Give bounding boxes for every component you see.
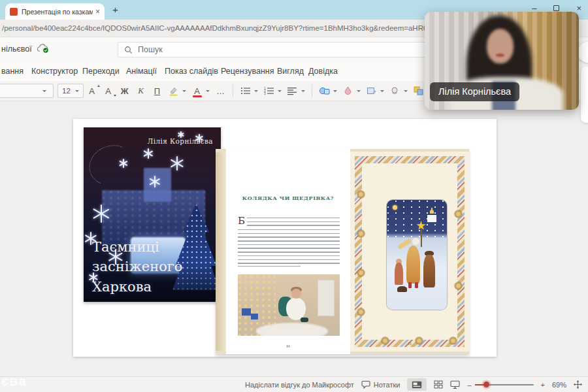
search-icon bbox=[124, 46, 133, 54]
tab-title: Презентація по казкам Л.Кор bbox=[22, 8, 93, 16]
chevron-down-icon[interactable] bbox=[357, 90, 361, 92]
toolbar-divider bbox=[312, 84, 312, 97]
bold-button[interactable]: Ж bbox=[118, 84, 131, 98]
light-swirl-decoration bbox=[84, 139, 140, 191]
ribbon-tab-design[interactable]: Конструктор bbox=[31, 67, 78, 76]
shrink-font-button[interactable]: А bbox=[102, 84, 115, 98]
ribbon-tab-review[interactable]: Рецензування bbox=[221, 67, 274, 76]
fit-to-window-button[interactable] bbox=[574, 380, 582, 389]
slide[interactable]: Лілія Корнільєва Таємниці засніженого Ха… bbox=[73, 119, 497, 357]
meeting-side-panel[interactable] bbox=[581, 67, 588, 123]
gift-box bbox=[251, 314, 258, 319]
search-box[interactable] bbox=[118, 42, 430, 57]
snowflake-icon bbox=[101, 204, 102, 223]
numbered-list-button[interactable]: 123 bbox=[263, 84, 276, 98]
chevron-down-icon[interactable] bbox=[206, 90, 210, 92]
book-cover-image[interactable]: Лілія Корнільєва Таємниці засніженого Ха… bbox=[84, 127, 221, 302]
feedback-link[interactable]: Надіслати відгук до Майкрософт bbox=[245, 381, 354, 389]
fit-to-window-icon bbox=[574, 380, 582, 389]
chevron-down-icon bbox=[75, 90, 79, 92]
insert-shapes-button[interactable] bbox=[318, 84, 331, 98]
caroler-figure bbox=[395, 263, 403, 285]
snowflake-icon bbox=[148, 148, 149, 159]
goat-caroler bbox=[406, 246, 420, 284]
zoom-slider-thumb[interactable] bbox=[483, 382, 489, 387]
book-left-page: КОЛЯДКА ЧИ ЩЕДРІВКА? Б bbox=[226, 149, 350, 354]
body-text-lines bbox=[238, 229, 340, 265]
chevron-down-icon[interactable] bbox=[404, 90, 408, 92]
floral-rosette bbox=[357, 308, 365, 316]
background-door bbox=[318, 280, 335, 316]
font-size-dropdown[interactable]: 12 bbox=[57, 84, 84, 98]
child-shoe bbox=[301, 318, 308, 322]
normal-view-icon bbox=[412, 381, 422, 389]
new-tab-button[interactable]: + bbox=[112, 4, 118, 15]
drop-cap: Б bbox=[238, 216, 245, 226]
underline-button[interactable]: П bbox=[151, 84, 164, 98]
caroler-figure bbox=[423, 255, 435, 287]
more-options-button[interactable]: … bbox=[214, 84, 227, 98]
browser-window: Презентація по казкам Л.Кор × + – × /per… bbox=[0, 0, 588, 392]
italic-button[interactable]: K bbox=[135, 84, 148, 98]
bullet-list-button[interactable] bbox=[239, 84, 252, 98]
grow-font-button[interactable]: А bbox=[86, 84, 99, 98]
participant-face bbox=[487, 29, 514, 63]
shape-outline-button[interactable] bbox=[365, 84, 378, 98]
webcam-overlay[interactable]: Лілія Корнільєва bbox=[425, 12, 579, 110]
shapes-icon bbox=[319, 86, 330, 95]
highlight-button[interactable] bbox=[167, 84, 180, 98]
dog-figure bbox=[397, 286, 407, 292]
notes-button[interactable]: Нотатки bbox=[361, 380, 400, 389]
slide-canvas: Лілія Корнільєва Таємниці засніженого Ха… bbox=[0, 101, 588, 376]
participant-name-tag: Лілія Корнільєва bbox=[430, 82, 519, 101]
goat-head bbox=[412, 238, 419, 245]
chevron-down-icon[interactable] bbox=[278, 90, 282, 92]
red-boot bbox=[415, 282, 418, 288]
shape-fill-icon bbox=[343, 86, 353, 95]
book-spread-image[interactable]: КОЛЯДКА ЧИ ЩЕДРІВКА? Б bbox=[216, 149, 469, 354]
zoom-in-button[interactable]: + bbox=[541, 381, 545, 389]
ribbon-tab-slideshow[interactable]: Показ слайдів bbox=[165, 67, 218, 76]
ribbon-tab-view[interactable]: Вигляд bbox=[277, 67, 304, 76]
chevron-down-icon[interactable] bbox=[333, 90, 337, 92]
body-text-lines bbox=[247, 218, 340, 227]
browser-tab[interactable]: Презентація по казкам Л.Кор × bbox=[5, 3, 105, 20]
shape-fill-button[interactable] bbox=[342, 84, 355, 98]
speech-bubble-icon bbox=[361, 380, 370, 389]
chevron-down-icon[interactable] bbox=[254, 90, 258, 92]
align-button[interactable] bbox=[286, 84, 299, 98]
moon-icon bbox=[393, 205, 397, 210]
zoom-out-button[interactable]: – bbox=[467, 381, 471, 389]
chevron-down-icon[interactable] bbox=[301, 90, 305, 92]
normal-view-button[interactable] bbox=[407, 378, 427, 391]
child-face bbox=[291, 289, 301, 299]
grid-view-icon bbox=[434, 380, 443, 389]
font-family-dropdown[interactable] bbox=[0, 84, 54, 98]
child-dress bbox=[286, 298, 306, 320]
search-input[interactable] bbox=[138, 45, 429, 54]
chevron-down-icon[interactable] bbox=[182, 90, 186, 92]
font-color-button[interactable]: А bbox=[191, 84, 204, 98]
ribbon-tab-drawing[interactable]: вання bbox=[1, 67, 24, 76]
shape-effects-icon bbox=[390, 86, 400, 95]
close-window-button[interactable]: × bbox=[576, 3, 581, 13]
ribbon-tab-transitions[interactable]: Переходи bbox=[82, 67, 120, 76]
tab-close-icon[interactable]: × bbox=[95, 7, 100, 16]
slideshow-icon bbox=[450, 380, 460, 389]
zoom-slider[interactable] bbox=[479, 384, 534, 385]
maximize-button[interactable] bbox=[553, 5, 559, 11]
star-pole bbox=[421, 227, 422, 247]
carolers-illustration bbox=[387, 200, 447, 310]
ribbon-tab-animations[interactable]: Анімації bbox=[126, 67, 157, 76]
chevron-down-icon[interactable] bbox=[380, 90, 384, 92]
arrange-button[interactable] bbox=[412, 84, 425, 98]
ribbon-tab-help[interactable]: Довідка bbox=[308, 67, 338, 76]
slideshow-button[interactable] bbox=[450, 380, 460, 389]
bullet-list-icon bbox=[240, 86, 251, 95]
shape-effects-button[interactable] bbox=[389, 84, 402, 98]
grid-view-button[interactable] bbox=[434, 380, 443, 389]
fur-rug bbox=[256, 323, 328, 336]
shape-outline-icon bbox=[367, 86, 376, 95]
church-silhouette bbox=[425, 208, 439, 222]
snowflake-icon bbox=[176, 156, 178, 171]
